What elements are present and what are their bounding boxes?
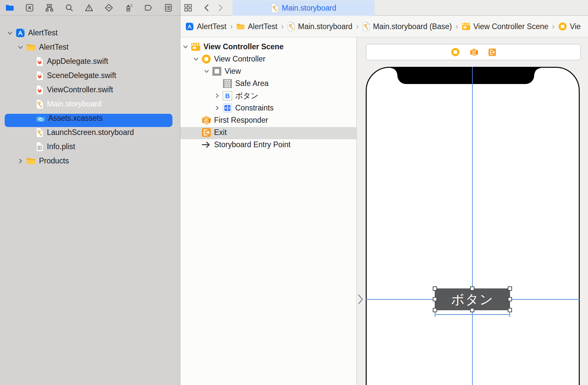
- storyboard-file-icon: [36, 128, 44, 138]
- first-responder-cube-icon[interactable]: [470, 48, 478, 57]
- breadcrumb-separator: ›: [229, 22, 233, 31]
- tab-label: Main.storyboard: [282, 4, 336, 13]
- navigator-item-products[interactable]: Products: [0, 154, 180, 168]
- resize-handle-s[interactable]: [470, 308, 474, 312]
- navigator-item-appdelegate[interactable]: AppDelegate.swift: [0, 54, 180, 68]
- scene-dock: [366, 44, 581, 60]
- navigator-item-viewcontroller[interactable]: ViewController.swift: [0, 83, 180, 97]
- outline-item-exit[interactable]: Exit: [180, 126, 356, 139]
- view-controller-icon: [202, 54, 211, 64]
- outline-toggle-chevron-icon[interactable]: [358, 294, 364, 305]
- storyboard-file-icon: [362, 22, 370, 31]
- outline-item-entry-point[interactable]: Storyboard Entry Point: [180, 139, 356, 151]
- tab-main-storyboard[interactable]: Main.storyboard: [233, 0, 375, 16]
- xcode-window: Main.storyboard AlertTest › AlertTest › …: [0, 0, 588, 385]
- folder-icon: [236, 22, 245, 31]
- view-controller-icon: [558, 22, 567, 31]
- back-icon[interactable]: [203, 4, 211, 12]
- button-b-icon: [223, 91, 232, 101]
- related-items-grid-icon[interactable]: [184, 3, 193, 12]
- width-measurement-line: [435, 314, 510, 315]
- symbols-icon[interactable]: [45, 3, 54, 12]
- resize-handle-w[interactable]: [433, 297, 437, 301]
- search-icon[interactable]: [65, 3, 74, 12]
- canvas-button[interactable]: ボタン: [435, 288, 510, 310]
- folder-icon: [26, 157, 36, 165]
- scene-clapper-icon: [462, 22, 470, 31]
- navigator-item-group[interactable]: AlertTest: [0, 40, 180, 54]
- breadcrumb-separator: ›: [355, 22, 359, 31]
- resize-handle-e[interactable]: [508, 297, 512, 301]
- storyboard-canvas: ボタン: [357, 37, 588, 385]
- breadcrumb-item-project[interactable]: AlertTest: [185, 22, 226, 31]
- disclosure-chevron-icon[interactable]: [18, 45, 23, 50]
- swift-file-icon: [36, 57, 44, 66]
- breadcrumb-item-localization[interactable]: Main.storyboard (Base): [362, 22, 452, 31]
- navigator-item-assets[interactable]: Assets.xcassets: [0, 111, 180, 125]
- project-app-icon: [16, 28, 25, 38]
- exit-door-icon[interactable]: [488, 48, 496, 56]
- debug-icon[interactable]: [124, 3, 133, 12]
- resize-handle-ne[interactable]: [508, 286, 512, 291]
- constraints-icon: [223, 103, 232, 113]
- breadcrumb-item-group[interactable]: AlertTest: [236, 22, 277, 31]
- measurement-tick-right: [509, 312, 510, 317]
- forward-icon[interactable]: [216, 4, 224, 12]
- entry-arrow-icon: [202, 140, 211, 150]
- notch-left-shoulder: [391, 68, 397, 74]
- disclosure-chevron-icon[interactable]: [215, 106, 220, 110]
- plist-file-icon: [36, 142, 44, 152]
- scene-clapper-icon: [191, 42, 201, 52]
- breadcrumb-item-file[interactable]: Main.storyboard: [287, 22, 352, 31]
- outline-item-view[interactable]: View: [180, 65, 356, 77]
- breakpoints-icon[interactable]: [144, 3, 153, 12]
- reports-icon[interactable]: [164, 3, 173, 12]
- project-navigator-icon[interactable]: [5, 3, 14, 12]
- outline-item-scene[interactable]: View Controller Scene: [180, 41, 356, 53]
- swift-file-icon: [36, 85, 44, 95]
- project-navigator: AlertTest AlertTest AppDelegate.swift Sc…: [0, 16, 180, 385]
- navigator-item-launchscreen[interactable]: LaunchScreen.storyboard: [0, 125, 180, 140]
- disclosure-chevron-icon[interactable]: [7, 30, 13, 36]
- measurement-tick-left: [435, 312, 435, 317]
- disclosure-chevron-icon[interactable]: [18, 158, 23, 164]
- view-controller-icon[interactable]: [451, 48, 460, 57]
- vertical-alignment-guide: [472, 67, 473, 385]
- navigator-selector-bar: [0, 0, 180, 16]
- tests-icon[interactable]: [104, 3, 113, 12]
- breadcrumb-item-scene[interactable]: View Controller Scene: [462, 22, 548, 31]
- navigator-item-project-root[interactable]: AlertTest: [0, 26, 180, 40]
- breadcrumb: AlertTest › AlertTest › Main.storyboard …: [180, 16, 588, 37]
- outline-item-safe-area[interactable]: Safe Area: [180, 77, 356, 90]
- disclosure-chevron-icon[interactable]: [194, 57, 199, 62]
- resize-handle-se[interactable]: [508, 308, 512, 312]
- navigator-item-scenedelegate[interactable]: SceneDelegate.swift: [0, 68, 180, 83]
- source-control-icon[interactable]: [25, 3, 34, 12]
- disclosure-chevron-icon[interactable]: [183, 44, 188, 49]
- outline-item-view-controller[interactable]: View Controller: [180, 53, 356, 65]
- issues-icon[interactable]: [85, 3, 93, 12]
- navigator-item-infoplist[interactable]: Info.plist: [0, 140, 180, 154]
- disclosure-chevron-icon[interactable]: [204, 69, 209, 74]
- disclosure-chevron-icon[interactable]: [215, 93, 220, 98]
- resize-handle-nw[interactable]: [433, 286, 437, 291]
- first-responder-cube-icon: [202, 115, 211, 125]
- breadcrumb-separator: ›: [551, 22, 555, 31]
- breadcrumb-separator: ›: [455, 22, 459, 31]
- breadcrumb-item-view-controller[interactable]: Vie: [558, 22, 581, 31]
- navigator-item-main-storyboard[interactable]: Main.storyboard: [0, 97, 180, 111]
- canvas-button-label: ボタン: [451, 290, 494, 309]
- iphone-notch: [397, 67, 534, 84]
- breadcrumb-separator: ›: [280, 22, 284, 31]
- project-app-icon: [185, 22, 194, 31]
- swift-file-icon: [36, 71, 44, 81]
- outline-item-first-responder[interactable]: First Responder: [180, 114, 356, 126]
- storyboard-file-icon: [36, 99, 44, 109]
- resize-handle-n[interactable]: [470, 286, 474, 291]
- outline-item-constraints[interactable]: Constraints: [180, 102, 356, 114]
- resize-handle-sw[interactable]: [433, 308, 437, 312]
- outline-item-button[interactable]: ボタン: [180, 90, 356, 102]
- view-icon: [212, 66, 222, 76]
- navigator-editor-divider[interactable]: [180, 0, 180, 385]
- storyboard-file-icon: [271, 3, 279, 13]
